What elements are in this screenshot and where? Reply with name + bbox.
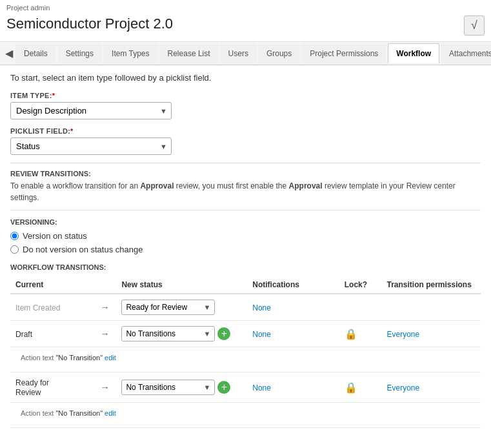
current-label-draft: Draft [15, 330, 32, 339]
add-transition-button-draft[interactable]: + [217, 327, 230, 340]
permissions-link-draft[interactable]: Everyone [386, 330, 419, 339]
permissions-link-ready[interactable]: Everyone [386, 383, 419, 392]
workflow-transitions-table: Current New status Notifications Lock? T… [10, 276, 481, 428]
tab-groups[interactable]: Groups [258, 43, 300, 63]
arrow-cell-item-created: → [95, 294, 117, 321]
new-status-cell-item-created: Ready for Review ▼ [116, 294, 247, 321]
current-label-ready: Ready forReview [15, 378, 49, 397]
tab-details[interactable]: Details [15, 43, 56, 63]
version-on-status-radio[interactable] [10, 232, 19, 240]
new-status-dropdown-icon-ready: ▼ [200, 383, 215, 391]
table-row: Item Created → Ready for Review ▼ [10, 294, 481, 321]
new-status-select-item-created[interactable]: Ready for Review [122, 300, 199, 314]
tabs-back-button[interactable]: ◀ [3, 42, 15, 65]
notifications-cell-draft: None [247, 321, 339, 347]
tab-users[interactable]: Users [220, 43, 257, 63]
versioning-label: VERSIONING: [10, 218, 481, 226]
content-area: To start, select an item type followed b… [0, 65, 491, 436]
permissions-cell-item-created [381, 294, 481, 321]
action-text-cell-ready: Action text "No Transition" edit [10, 403, 481, 428]
item-type-dropdown-icon: ▼ [156, 107, 171, 115]
review-transitions-text: To enable a workflow transition for an A… [10, 180, 481, 203]
action-text-edit-link-draft[interactable]: edit [105, 354, 116, 361]
add-transition-button-ready[interactable]: + [217, 381, 230, 394]
permissions-cell-draft: Everyone [381, 321, 481, 347]
tab-settings[interactable]: Settings [57, 43, 102, 63]
picklist-field-select-wrapper[interactable]: Status ▼ [10, 137, 172, 155]
arrow-icon: → [101, 382, 110, 392]
action-text-draft: Action text "No Transition" edit [15, 352, 476, 367]
do-not-version-radio[interactable] [10, 245, 19, 254]
corner-button[interactable]: √ [464, 15, 485, 36]
notifications-link-draft[interactable]: None [252, 330, 271, 339]
tab-workflow[interactable]: Workflow [388, 43, 439, 63]
notifications-cell-ready: None [247, 372, 339, 403]
version-on-status-option[interactable]: Version on status [10, 231, 481, 241]
versioning-radio-group: Version on status Do not version on stat… [10, 231, 481, 254]
new-status-select-wrapper-item-created[interactable]: Ready for Review ▼ [121, 300, 215, 315]
action-text-edit-link-ready[interactable]: edit [105, 409, 116, 417]
action-text-ready: Action text "No Transition" edit [15, 408, 476, 422]
arrow-cell-ready: → [95, 372, 117, 403]
th-arrow-spacer [95, 276, 117, 294]
new-status-select-draft[interactable]: No Transitions [122, 327, 199, 341]
notifications-link-item-created[interactable]: None [252, 303, 271, 312]
new-status-select-wrapper-draft[interactable]: No Transitions ▼ [121, 326, 215, 341]
table-row-sub: Action text "No Transition" edit [10, 347, 481, 372]
new-status-dropdown-icon-draft: ▼ [200, 330, 215, 338]
lock-icon-ready: 🔒 [345, 382, 357, 393]
tab-attachments[interactable]: Attachments [441, 43, 491, 63]
picklist-field-group: PICKLIST FIELD:* Status ▼ [10, 127, 481, 155]
th-transition-permissions: Transition permissions [381, 276, 481, 294]
notifications-cell-item-created: None [247, 294, 339, 321]
do-not-version-option[interactable]: Do not version on status change [10, 245, 481, 254]
new-status-cell-ready: No Transitions ▼ + [116, 372, 247, 403]
project-title: Semiconductor Project 2.0 [0, 13, 179, 37]
item-type-select-wrapper[interactable]: Design Description ▼ [10, 102, 172, 119]
current-cell-ready: Ready forReview [10, 372, 95, 403]
th-current: Current [10, 276, 95, 294]
tab-item-types[interactable]: Item Types [103, 43, 157, 63]
tab-release-list[interactable]: Release List [159, 43, 219, 63]
th-new-status: New status [116, 276, 247, 294]
current-cell-item-created: Item Created [10, 294, 95, 321]
table-row-sub: Action text "No Transition" edit [10, 403, 481, 428]
current-label-item-created: Item Created [15, 303, 60, 312]
item-type-group: ITEM TYPE:* Design Description ▼ [10, 92, 481, 119]
action-text-quoted-draft: "No Transition" [55, 354, 103, 361]
lock-cell-ready: 🔒 [339, 372, 382, 403]
do-not-version-label: Do not version on status change [23, 245, 143, 254]
arrow-icon: → [101, 302, 110, 312]
workflow-transitions-section: WORKFLOW TRANSITIONS: Current New status… [10, 263, 481, 428]
table-row: Draft → No Transitions ▼ [10, 321, 481, 347]
lock-cell-item-created [339, 294, 382, 321]
tab-project-permissions[interactable]: Project Permissions [301, 43, 386, 63]
action-text-cell-draft: Action text "No Transition" edit [10, 347, 481, 372]
picklist-dropdown-icon: ▼ [156, 143, 171, 150]
action-text-prefix-draft: Action text [21, 354, 55, 361]
th-notifications: Notifications [247, 276, 339, 294]
action-text-prefix-ready: Action text [21, 409, 55, 417]
new-status-cell-draft: No Transitions ▼ + [116, 321, 247, 347]
item-type-select[interactable]: Design Description [11, 103, 156, 119]
lock-icon-draft: 🔒 [345, 329, 357, 340]
new-status-select-wrapper-ready[interactable]: No Transitions ▼ [121, 380, 215, 395]
picklist-field-select[interactable]: Status [11, 138, 156, 154]
new-status-select-ready[interactable]: No Transitions [122, 380, 199, 394]
review-transitions-section: REVIEW TRANSITIONS: To enable a workflow… [10, 163, 481, 210]
th-lock: Lock? [339, 276, 382, 294]
item-type-label: ITEM TYPE:* [10, 92, 481, 99]
picklist-field-label: PICKLIST FIELD:* [10, 127, 481, 135]
versioning-section: VERSIONING: Version on status Do not ver… [10, 218, 481, 254]
arrow-cell-draft: → [95, 321, 117, 347]
notifications-link-ready[interactable]: None [252, 383, 271, 392]
new-status-dropdown-icon: ▼ [200, 303, 215, 311]
current-cell-draft: Draft [10, 321, 95, 347]
version-on-status-label: Version on status [23, 231, 87, 241]
tabs-bar: ◀ Details Settings Item Types Release Li… [0, 42, 491, 65]
permissions-cell-ready: Everyone [381, 372, 481, 403]
project-admin-label: Project admin [0, 0, 491, 13]
table-header-row: Current New status Notifications Lock? T… [10, 276, 481, 294]
action-text-quoted-ready: "No Transition" [55, 409, 103, 417]
arrow-icon: → [101, 329, 110, 339]
